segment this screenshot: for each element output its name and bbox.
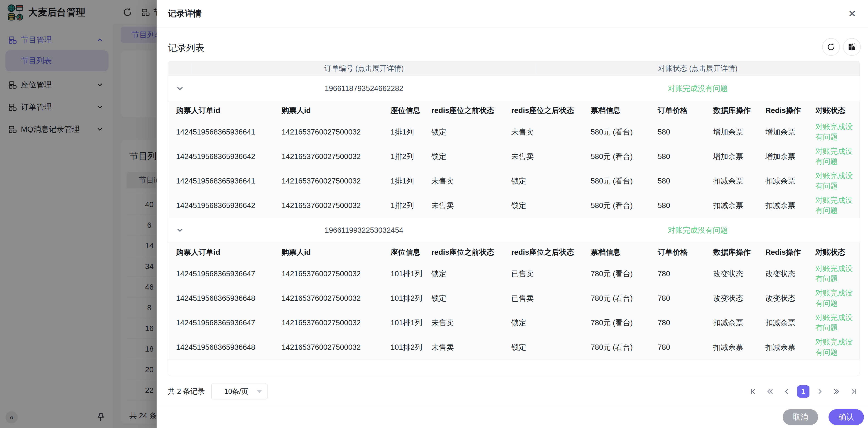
back-5-pages-button[interactable] bbox=[764, 385, 776, 398]
modal-title: 记录详情 bbox=[168, 0, 202, 27]
current-page-button[interactable]: 1 bbox=[797, 385, 809, 398]
pagination-bar: 共 2 条记录 10条/页 1 bbox=[168, 383, 860, 400]
subtable-cell: 580元 (看台) bbox=[591, 176, 658, 186]
subtable-cell: 扣减余票 bbox=[766, 318, 815, 328]
subtable-cell: 扣减余票 bbox=[713, 176, 766, 186]
subtable-cell: 未售卖 bbox=[431, 342, 511, 353]
subtable-row: 142451956836593664114216537600275000321排… bbox=[168, 169, 860, 193]
refresh-button[interactable] bbox=[822, 38, 840, 56]
subtable-column-header: 数据库操作 bbox=[713, 105, 766, 116]
subtable-column-header: 座位信息 bbox=[391, 247, 431, 257]
record-table-header: 订单编号 (点击展开详情) 对账状态 (点击展开详情) bbox=[168, 61, 860, 76]
expand-column-header bbox=[168, 61, 192, 76]
subtable-cell: 扣减余票 bbox=[766, 176, 815, 186]
order-detail-subtable: 购票人订单id购票人id座位信息redis座位之前状态redis座位之后状态票档… bbox=[168, 243, 860, 360]
expand-chevron-icon[interactable] bbox=[168, 218, 192, 243]
close-icon[interactable]: ✕ bbox=[846, 8, 858, 20]
first-page-button[interactable] bbox=[747, 385, 760, 398]
subtable-cell: 扣减余票 bbox=[766, 200, 815, 211]
subtable-column-header: 座位信息 bbox=[391, 105, 431, 116]
subtable-cell: 改变状态 bbox=[766, 293, 815, 303]
subtable-cell: 1排2列 bbox=[391, 152, 431, 162]
expand-chevron-icon[interactable] bbox=[168, 76, 192, 101]
subtable-cell: 未售卖 bbox=[511, 152, 591, 162]
caret-down-icon bbox=[257, 390, 262, 393]
order-group-row[interactable]: 1966119932253032454对账完成没有问题 bbox=[168, 218, 860, 243]
subtable-cell: 780元 (看台) bbox=[591, 293, 658, 303]
subtable-cell: 780元 (看台) bbox=[591, 318, 658, 328]
subtable-cell: 780 bbox=[658, 318, 713, 328]
subtable-cell: 锁定 bbox=[511, 176, 591, 186]
subtable-row: 142451956836593664114216537600275000321排… bbox=[168, 120, 860, 144]
subtable-column-header: redis座位之后状态 bbox=[511, 105, 591, 116]
subtable-cell: 扣减余票 bbox=[713, 200, 766, 211]
subtable-row: 142451956836593664214216537600275000321排… bbox=[168, 193, 860, 218]
subtable-cell: 780元 (看台) bbox=[591, 269, 658, 279]
subtable-column-header: 购票人id bbox=[282, 105, 391, 116]
last-page-button[interactable] bbox=[847, 385, 860, 398]
subtable-cell: 未售卖 bbox=[431, 318, 511, 328]
subtable-header: 购票人订单id购票人id座位信息redis座位之前状态redis座位之后状态票档… bbox=[168, 243, 860, 262]
subtable-cell: 1421653760027500032 bbox=[282, 176, 391, 186]
subtable-column-header: 对账状态 bbox=[815, 105, 860, 116]
page-size-value: 10条/页 bbox=[224, 387, 248, 396]
subtable-column-header: 购票人id bbox=[282, 247, 391, 257]
subtable-cell: 改变状态 bbox=[713, 269, 766, 279]
recon-status-cell: 对账完成没有问题 bbox=[815, 264, 860, 284]
table-bottom-strip bbox=[168, 360, 860, 375]
recon-status-cell: 对账完成没有问题 bbox=[815, 312, 860, 333]
recon-status-cell: 对账完成没有问题 bbox=[815, 337, 860, 357]
subtable-cell: 增加余票 bbox=[713, 127, 766, 137]
subtable-cell: 1424519568365936642 bbox=[176, 200, 282, 211]
subtable-cell: 1424519568365936641 bbox=[176, 127, 282, 137]
recon-status: 对账完成没有问题 bbox=[536, 218, 860, 243]
record-count-text: 共 2 条记录 bbox=[168, 387, 205, 396]
subtable-row: 1424519568365936647142165376002750003210… bbox=[168, 310, 860, 335]
subtable-cell: 580元 (看台) bbox=[591, 152, 658, 162]
record-table: 订单编号 (点击展开详情) 对账状态 (点击展开详情) 196611879352… bbox=[168, 61, 860, 376]
recon-status-column-header: 对账状态 (点击展开详情) bbox=[536, 61, 860, 76]
cancel-button[interactable]: 取消 bbox=[783, 409, 818, 425]
forward-5-pages-button[interactable] bbox=[830, 385, 843, 398]
subtable-cell: 1421653760027500032 bbox=[282, 269, 391, 279]
subtable-cell: 1421653760027500032 bbox=[282, 342, 391, 353]
subtable-cell: 580 bbox=[658, 152, 713, 162]
subtable-column-header: 购票人订单id bbox=[176, 247, 282, 257]
subtable-column-header: 数据库操作 bbox=[713, 247, 766, 257]
subtable-cell: 1421653760027500032 bbox=[282, 200, 391, 211]
subtable-cell: 增加余票 bbox=[766, 152, 815, 162]
subtable-cell: 增加余票 bbox=[713, 152, 766, 162]
subtable-cell: 未售卖 bbox=[431, 176, 511, 186]
next-page-button[interactable] bbox=[813, 385, 826, 398]
subtable-column-header: 票档信息 bbox=[591, 247, 658, 257]
subtable-cell: 580 bbox=[658, 200, 713, 211]
subtable-cell: 1421653760027500032 bbox=[282, 318, 391, 328]
subtable-cell: 1424519568365936642 bbox=[176, 152, 282, 162]
layout-grid-icon bbox=[847, 43, 856, 51]
subtable-column-header: redis座位之前状态 bbox=[431, 105, 511, 116]
subtable-cell: 101排1列 bbox=[391, 269, 431, 279]
subtable-row: 142451956836593664214216537600275000321排… bbox=[168, 144, 860, 169]
subtable-column-header: redis座位之前状态 bbox=[431, 247, 511, 257]
order-group-row[interactable]: 1966118793524662282对账完成没有问题 bbox=[168, 76, 860, 101]
subtable-row: 1424519568365936648142165376002750003210… bbox=[168, 286, 860, 310]
subtable-cell: 扣减余票 bbox=[713, 318, 766, 328]
subtable-column-header: 订单价格 bbox=[658, 247, 713, 257]
subtable-cell: 1424519568365936647 bbox=[176, 269, 282, 279]
subtable-cell: 未售卖 bbox=[431, 200, 511, 211]
confirm-button[interactable]: 确认 bbox=[829, 409, 864, 425]
subtable-cell: 580元 (看台) bbox=[591, 200, 658, 211]
subtable-cell: 1421653760027500032 bbox=[282, 152, 391, 162]
page-size-select[interactable]: 10条/页 bbox=[211, 384, 268, 399]
refresh-icon bbox=[827, 43, 835, 51]
modal-body: 记录列表 订单编号 (点击展开详情) 对账状态 (点击展开详情) bbox=[157, 28, 868, 406]
subtable-cell: 101排2列 bbox=[391, 342, 431, 353]
prev-page-button[interactable] bbox=[780, 385, 793, 398]
record-list-title: 记录列表 bbox=[168, 41, 204, 54]
subtable-cell: 1421653760027500032 bbox=[282, 127, 391, 137]
subtable-column-header: 票档信息 bbox=[591, 105, 658, 116]
column-settings-button[interactable] bbox=[843, 38, 861, 56]
subtable-column-header: 对账状态 bbox=[815, 247, 860, 257]
subtable-column-header: 订单价格 bbox=[658, 105, 713, 116]
subtable-cell: 锁定 bbox=[431, 293, 511, 303]
